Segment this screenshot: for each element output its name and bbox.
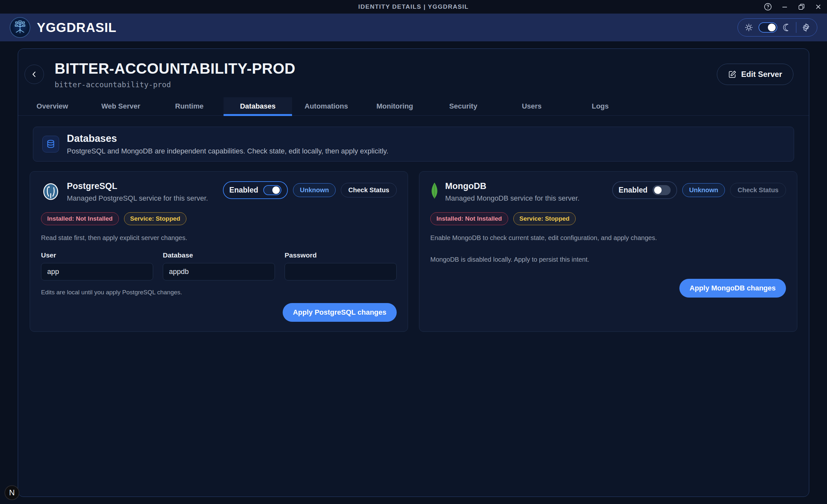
postgresql-status-badge: Unknown xyxy=(293,183,336,197)
mongodb-enabled-toggle[interactable] xyxy=(652,185,671,195)
databases-content: Databases PostgreSQL and MongoDB are ind… xyxy=(18,116,809,343)
titlebar: IDENTITY DETAILS | YGGDRASIL xyxy=(0,0,827,13)
dark-mode-moon-icon[interactable] xyxy=(782,23,791,32)
banner-title: Databases xyxy=(67,133,388,144)
postgresql-installed-badge: Installed: Not Installed xyxy=(41,212,119,225)
mongodb-leaf-icon xyxy=(430,181,439,200)
server-detail-panel: BITTER-ACCOUNTABILITY-PROD bitter-accoun… xyxy=(18,48,809,497)
password-input[interactable] xyxy=(285,263,397,281)
database-icon xyxy=(42,136,59,152)
postgresql-check-status-button[interactable]: Check Status xyxy=(341,183,397,197)
tab-overview[interactable]: Overview xyxy=(18,97,87,115)
mongodb-hint-1: Enable MongoDB to check current state, e… xyxy=(430,234,786,242)
minimize-icon[interactable] xyxy=(779,1,790,12)
postgresql-note: Edits are local until you apply PostgreS… xyxy=(41,289,397,296)
mongodb-enabled-label: Enabled xyxy=(619,186,647,195)
tab-monitoring[interactable]: Monitoring xyxy=(360,97,429,115)
window-title: IDENTITY DETAILS | YGGDRASIL xyxy=(358,3,469,10)
maximize-restore-icon[interactable] xyxy=(796,1,807,12)
nextjs-dev-badge-letter: N xyxy=(9,488,14,497)
close-icon[interactable] xyxy=(813,1,824,12)
postgresql-service-badge: Service: Stopped xyxy=(124,212,186,225)
mongodb-card: MongoDB Managed MongoDB service for this… xyxy=(419,171,797,332)
toggle-knob xyxy=(654,187,662,194)
mongodb-hint-2: MongoDB is disabled locally. Apply to pe… xyxy=(430,256,786,263)
postgresql-enabled-pill: Enabled xyxy=(223,181,288,199)
theme-toggle[interactable] xyxy=(759,22,777,33)
page-titles: BITTER-ACCOUNTABILITY-PROD bitter-accoun… xyxy=(55,60,717,89)
brand[interactable]: YGGDRASIL xyxy=(10,17,116,38)
divider xyxy=(796,22,797,33)
light-mode-sun-icon[interactable] xyxy=(744,23,753,32)
brand-name: YGGDRASIL xyxy=(37,20,116,35)
postgresql-enabled-label: Enabled xyxy=(229,186,258,195)
app-header: YGGDRASIL xyxy=(0,13,827,41)
theme-switcher xyxy=(737,18,818,37)
mongodb-title: MongoDB xyxy=(445,181,580,191)
nextjs-dev-badge[interactable]: N xyxy=(4,485,19,500)
database-input[interactable] xyxy=(163,263,275,281)
mongodb-title-block: MongoDB Managed MongoDB service for this… xyxy=(445,181,580,203)
page-subtitle: bitter-accountability-prod xyxy=(55,81,717,89)
banner-text: Databases PostgreSQL and MongoDB are ind… xyxy=(67,133,388,155)
tab-runtime[interactable]: Runtime xyxy=(155,97,224,115)
tab-security[interactable]: Security xyxy=(429,97,497,115)
mongodb-service-badge: Service: Stopped xyxy=(513,212,576,225)
banner-description: PostgreSQL and MongoDB are independent c… xyxy=(67,147,388,155)
postgresql-title: PostgreSQL xyxy=(67,181,208,191)
database-field-label: Database xyxy=(163,251,275,259)
mongodb-check-status-button[interactable]: Check Status xyxy=(730,183,786,197)
page-title: BITTER-ACCOUNTABILITY-PROD xyxy=(55,60,717,77)
tab-databases[interactable]: Databases xyxy=(224,97,292,115)
edit-pencil-icon xyxy=(728,70,736,79)
toggle-knob xyxy=(272,187,280,194)
databases-banner: Databases PostgreSQL and MongoDB are ind… xyxy=(33,127,794,161)
postgresql-card: PostgreSQL Managed PostgreSQL service fo… xyxy=(30,171,408,332)
postgresql-subtitle: Managed PostgreSQL service for this serv… xyxy=(67,194,208,203)
postgresql-database-field-group: Database xyxy=(163,251,275,281)
mongodb-installed-badge: Installed: Not Installed xyxy=(430,212,508,225)
help-icon[interactable] xyxy=(763,1,773,12)
mongodb-status-badge: Unknown xyxy=(682,183,725,197)
postgresql-password-field-group: Password xyxy=(285,251,397,281)
mongodb-enabled-pill: Enabled xyxy=(612,181,677,199)
password-field-label: Password xyxy=(285,251,397,259)
mongodb-subtitle: Managed MongoDB service for this server. xyxy=(445,194,580,203)
theme-toggle-knob xyxy=(768,23,776,31)
apply-mongodb-changes-button[interactable]: Apply MongoDB changes xyxy=(679,279,786,298)
postgresql-elephant-icon xyxy=(41,181,60,201)
postgresql-user-field-group: User xyxy=(41,251,153,281)
tab-automations[interactable]: Automations xyxy=(292,97,360,115)
edit-server-button[interactable]: Edit Server xyxy=(717,64,793,85)
back-button[interactable] xyxy=(25,65,44,84)
postgresql-enabled-toggle[interactable] xyxy=(263,185,281,195)
user-input[interactable] xyxy=(41,263,153,281)
user-field-label: User xyxy=(41,251,153,259)
postgresql-title-block: PostgreSQL Managed PostgreSQL service fo… xyxy=(67,181,208,203)
tab-users[interactable]: Users xyxy=(497,97,566,115)
postgresql-hint: Read state first, then apply explicit se… xyxy=(41,234,397,242)
window-controls xyxy=(763,0,824,13)
settings-gear-icon[interactable] xyxy=(801,23,811,32)
edit-server-label: Edit Server xyxy=(741,70,782,79)
panel-header: BITTER-ACCOUNTABILITY-PROD bitter-accoun… xyxy=(18,49,809,97)
apply-postgresql-changes-button[interactable]: Apply PostgreSQL changes xyxy=(283,303,397,322)
tab-web-server[interactable]: Web Server xyxy=(87,97,155,115)
tab-bar: Overview Web Server Runtime Databases Au… xyxy=(18,97,809,116)
tab-logs[interactable]: Logs xyxy=(566,97,634,115)
yggdrasil-tree-logo xyxy=(10,17,30,38)
